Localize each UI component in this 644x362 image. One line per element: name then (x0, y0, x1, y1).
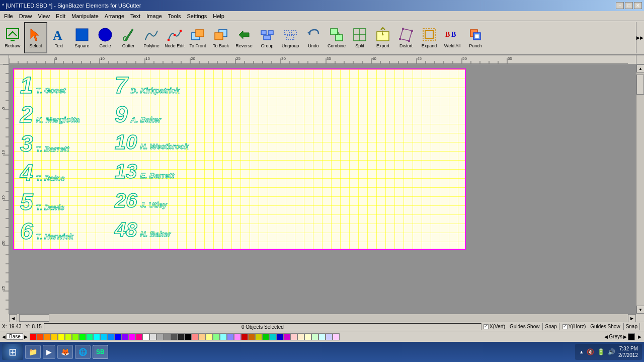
menu-item-settings[interactable]: Settings (184, 12, 210, 20)
palette-color-swatch[interactable] (206, 333, 213, 340)
toolbar-ungroup-button[interactable]: Ungroup (279, 22, 302, 53)
scroll-v-track[interactable] (636, 73, 644, 306)
scroll-h-thumb[interactable] (19, 314, 49, 322)
toolbar-circle-button[interactable]: Circle (94, 22, 117, 53)
palette-color-swatch[interactable] (121, 333, 128, 340)
palette-color-swatch[interactable] (185, 333, 192, 340)
palette-color-swatch[interactable] (220, 333, 227, 340)
palette-color-swatch[interactable] (72, 333, 79, 340)
palette-color-swatch[interactable] (156, 333, 164, 340)
palette-color-swatch[interactable] (37, 333, 44, 340)
toolbar-weld-all-button[interactable]: BBWeld All (441, 22, 464, 53)
toolbar-polyline-button[interactable]: Polyline (140, 22, 163, 53)
palette-color-swatch[interactable] (241, 333, 248, 340)
menu-item-edit[interactable]: Edit (53, 12, 68, 20)
palette-color-swatch[interactable] (276, 333, 283, 340)
menu-item-text[interactable]: Text (127, 12, 143, 20)
toolbar-expand-button[interactable]: Expand (418, 22, 441, 53)
palette-color-swatch[interactable] (304, 333, 311, 340)
palette-color-swatch[interactable] (142, 333, 149, 340)
palette-color-swatch[interactable] (333, 333, 340, 340)
scroll-down-button[interactable]: ▼ (636, 306, 644, 314)
scroll-up-button[interactable]: ▲ (636, 64, 644, 73)
menu-item-tools[interactable]: Tools (165, 12, 184, 20)
palette-color-swatch[interactable] (86, 333, 93, 340)
y-horz-checkbox[interactable]: ✓ (562, 324, 568, 329)
vertical-scrollbar[interactable]: ▲ ▼ (636, 64, 644, 314)
palette-color-swatch[interactable] (93, 333, 100, 340)
menu-item-draw[interactable]: Draw (16, 12, 35, 20)
maximize-button[interactable]: □ (625, 2, 633, 9)
palette-color-swatch[interactable] (135, 333, 142, 340)
palette-color-swatch[interactable] (269, 333, 276, 340)
palette-arrow-left[interactable]: ◀ (2, 334, 6, 339)
palette-color-swatch[interactable] (149, 333, 156, 340)
palette-color-swatch[interactable] (318, 333, 326, 340)
palette-color-swatch[interactable] (178, 333, 185, 340)
minimize-button[interactable]: − (616, 2, 624, 9)
palette-color-swatch[interactable] (30, 333, 37, 340)
toolbar-square-button[interactable]: Square (70, 22, 94, 53)
palette-color-swatch[interactable] (283, 333, 290, 340)
toolbar-export-button[interactable]: Export (371, 22, 394, 53)
taskbar-browser[interactable]: 🌐 (75, 345, 91, 359)
palette-color-swatch[interactable] (65, 333, 72, 340)
toolbar-node-edit-button[interactable]: Node Edit (163, 22, 186, 53)
tray-arrow[interactable]: ▲ (579, 349, 584, 354)
toolbar-select-button[interactable]: Select (24, 22, 47, 53)
taskbar-signblazer[interactable]: SB (93, 345, 108, 359)
palette-arrow-left2[interactable]: ◀ (604, 334, 608, 339)
system-clock[interactable]: 7:32 PM 2/7/2012 (618, 345, 638, 358)
toolbar-split-button[interactable]: Split (348, 22, 371, 53)
palette-color-swatch[interactable] (58, 333, 65, 340)
palette-color-swatch[interactable] (79, 333, 86, 340)
toolbar-group-button[interactable]: Group (256, 22, 279, 53)
toolbar-to-back-button[interactable]: To Back (209, 22, 232, 53)
toolbar-undo-button[interactable]: Undo (302, 22, 325, 53)
palette-color-swatch[interactable] (326, 333, 333, 340)
palette-color-swatch[interactable] (51, 333, 58, 340)
palette-color-swatch[interactable] (213, 333, 220, 340)
menu-item-help[interactable]: Help (210, 12, 227, 20)
palette-color-swatch[interactable] (262, 333, 269, 340)
palette-color-swatch[interactable] (107, 333, 114, 340)
palette-color-swatch[interactable] (44, 333, 51, 340)
palette-expand-btn[interactable]: ▶ (637, 334, 644, 339)
toolbar-combine-button[interactable]: Combine (325, 22, 348, 53)
palette-arrow-right2[interactable]: ▶ (623, 334, 627, 339)
palette-color-swatch[interactable] (171, 333, 178, 340)
palette-color-swatch[interactable] (100, 333, 107, 340)
scroll-right-button[interactable]: ▶ (628, 314, 636, 322)
toolbar-cutter-button[interactable]: Cutter (117, 22, 140, 53)
toolbar-distort-button[interactable]: Distort (394, 22, 418, 53)
toolbar-expand-button[interactable]: ▶▶ (636, 22, 643, 53)
scroll-left-button[interactable]: ◀ (9, 314, 17, 322)
taskbar-folder[interactable]: 📁 (25, 345, 41, 359)
toolbar-text-button[interactable]: AText (47, 22, 70, 53)
palette-color-swatch[interactable] (255, 333, 262, 340)
menu-item-view[interactable]: View (35, 12, 53, 20)
palette-color-swatch[interactable] (248, 333, 255, 340)
taskbar-media[interactable]: ▶ (43, 345, 55, 359)
palette-color-swatch[interactable] (311, 333, 318, 340)
toolbar-punch-button[interactable]: Punch (464, 22, 487, 53)
palette-color-swatch[interactable] (192, 333, 199, 340)
start-button[interactable]: ⊞ (2, 344, 23, 360)
horizontal-scrollbar[interactable]: ◀ ▶ (9, 314, 636, 322)
palette-color-swatch[interactable] (297, 333, 304, 340)
y-snap-button[interactable]: Snap (623, 323, 640, 330)
scroll-v-thumb[interactable] (636, 75, 644, 95)
scroll-h-track[interactable] (17, 314, 628, 322)
menu-item-image[interactable]: Image (143, 12, 165, 20)
menu-item-arrange[interactable]: Arrange (102, 12, 127, 20)
palette-color-swatch[interactable] (114, 333, 121, 340)
toolbar-redraw-button[interactable]: Redraw (1, 22, 24, 53)
toolbar-reverse-button[interactable]: Reverse (232, 22, 256, 53)
palette-color-swatch[interactable] (164, 333, 171, 340)
palette-color-swatch[interactable] (227, 333, 234, 340)
close-button[interactable]: ✕ (634, 2, 642, 9)
x-snap-button[interactable]: Snap (542, 323, 559, 330)
palette-arrow-right[interactable]: ▶ (24, 334, 28, 339)
menu-item-file[interactable]: File (1, 12, 16, 20)
palette-color-swatch[interactable] (290, 333, 297, 340)
